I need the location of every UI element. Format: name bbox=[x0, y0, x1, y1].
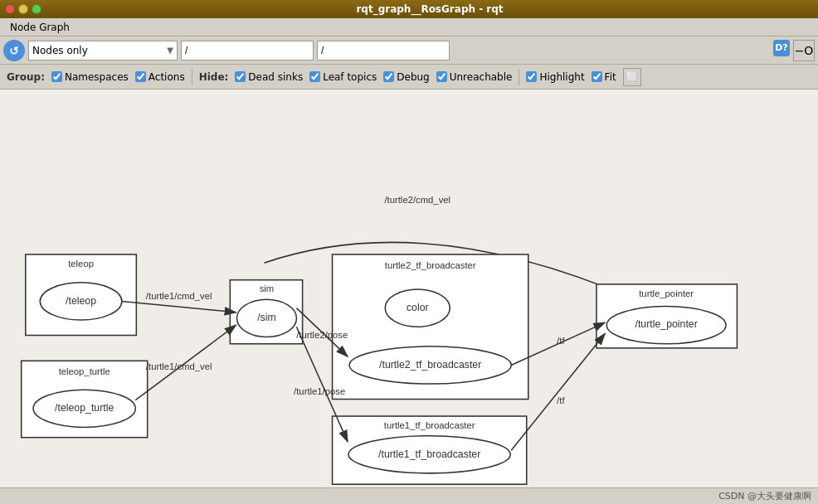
filter2-input[interactable] bbox=[317, 41, 450, 61]
unreachable-check-group: Unreachable bbox=[436, 71, 513, 83]
minimize-button[interactable] bbox=[18, 4, 28, 14]
hide-label: Hide: bbox=[199, 71, 229, 83]
leaf-topics-checkbox[interactable] bbox=[309, 71, 320, 82]
filter1-input[interactable] bbox=[181, 41, 314, 61]
edge-teleop-to-sim bbox=[122, 301, 236, 312]
highlight-text: Highlight bbox=[539, 71, 584, 83]
unreachable-checkbox[interactable] bbox=[436, 71, 447, 82]
teleop-node-label: /teleop bbox=[66, 295, 96, 307]
options-bar: Group: Namespaces Actions Hide: Dead sin… bbox=[0, 65, 818, 90]
highlight-checkbox[interactable] bbox=[526, 71, 537, 82]
app-window: Node Graph ↺ Nodes only ▼ D? −O Group: N… bbox=[0, 18, 818, 504]
teleop-turtle-title: teleop_turtle bbox=[59, 366, 110, 376]
fit-text: Fit bbox=[605, 71, 616, 83]
sim-title: sim bbox=[260, 284, 275, 293]
turtle-pointer-title: turtle_pointer bbox=[639, 288, 694, 298]
debug-label[interactable]: Debug bbox=[383, 71, 429, 83]
sim-node-label: /sim bbox=[257, 312, 276, 323]
separator2 bbox=[519, 69, 519, 85]
leaf-topics-text: Leaf topics bbox=[323, 71, 377, 83]
canvas-area[interactable]: /turtle2/cmd_vel teleop /teleop teleop_t… bbox=[0, 90, 818, 487]
status-text: CSDN @大头要健康啊 bbox=[718, 490, 811, 502]
dead-sinks-text: Dead sinks bbox=[248, 71, 303, 83]
edge-label-turtle1-pose: /turtle1/pose bbox=[294, 386, 345, 396]
menu-node-graph[interactable]: Node Graph bbox=[3, 20, 76, 35]
fit-icon-button[interactable]: ⬜ bbox=[623, 68, 641, 86]
maximize-button[interactable] bbox=[32, 4, 41, 14]
dead-sinks-check-group: Dead sinks bbox=[235, 71, 303, 83]
dead-sinks-label[interactable]: Dead sinks bbox=[235, 71, 303, 83]
menu-bar: Node Graph bbox=[0, 18, 818, 36]
fit-check-group: Fit bbox=[592, 71, 616, 83]
leaf-topics-check-group: Leaf topics bbox=[309, 71, 377, 83]
dead-sinks-checkbox[interactable] bbox=[235, 71, 246, 82]
teleop-title: teleop bbox=[68, 259, 94, 269]
color-node-label: color bbox=[407, 302, 429, 313]
unreachable-label[interactable]: Unreachable bbox=[436, 71, 513, 83]
turtle1-broadcaster-node-label: /turtle1_tf_broadcaster bbox=[378, 448, 480, 460]
title-bar: rqt_graph__RosGraph - rqt bbox=[0, 0, 818, 18]
namespaces-check-group: Namespaces bbox=[51, 71, 129, 83]
debug-text: Debug bbox=[397, 71, 429, 83]
close-button[interactable] bbox=[5, 4, 15, 14]
namespaces-label[interactable]: Namespaces bbox=[51, 71, 129, 83]
edge-label-tf-1: /tf bbox=[557, 336, 565, 346]
edge-label-turtle1-cmdvel-1: /turtle1/cmd_vel bbox=[146, 291, 212, 301]
actions-check-group: Actions bbox=[135, 71, 185, 83]
turtle1-broadcaster-title: turtle1_tf_broadcaster bbox=[384, 420, 475, 430]
highlight-label[interactable]: Highlight bbox=[526, 71, 584, 83]
window-controls[interactable] bbox=[5, 4, 41, 14]
edge-label-tf-2: /tf bbox=[557, 395, 565, 405]
separator1 bbox=[192, 69, 192, 85]
refresh-button[interactable]: ↺ bbox=[3, 40, 25, 61]
view-mode-dropdown[interactable]: Nodes only ▼ bbox=[28, 41, 178, 61]
toolbar: ↺ Nodes only ▼ D? −O bbox=[0, 36, 818, 65]
toolbar-actions: D? −O bbox=[773, 40, 815, 61]
window-title: rqt_graph__RosGraph - rqt bbox=[46, 3, 813, 15]
graph-svg: /turtle2/cmd_vel teleop /teleop teleop_t… bbox=[0, 90, 818, 487]
edge-label-turtle1-cmdvel-2: /turtle1/cmd_vel bbox=[146, 361, 212, 371]
namespaces-text: Namespaces bbox=[65, 71, 129, 83]
actions-checkbox[interactable] bbox=[135, 71, 146, 82]
status-bar: CSDN @大头要健康啊 bbox=[0, 487, 818, 504]
turtle2-broadcaster-node-label: /turtle2_tf_broadcaster bbox=[379, 359, 481, 371]
unreachable-text: Unreachable bbox=[450, 71, 513, 83]
leaf-topics-label[interactable]: Leaf topics bbox=[309, 71, 377, 83]
actions-label[interactable]: Actions bbox=[135, 71, 185, 83]
edge-label-turtle2-cmd-vel: /turtle2/cmd_vel bbox=[384, 195, 450, 205]
turtle2-broadcaster-title: turtle2_tf_broadcaster bbox=[385, 260, 476, 270]
help-button[interactable]: D? bbox=[773, 40, 790, 56]
namespaces-checkbox[interactable] bbox=[51, 71, 62, 82]
edge-label-turtle2-pose: /turtle2/pose bbox=[296, 330, 348, 340]
turtle-pointer-node-label: /turtle_pointer bbox=[635, 318, 698, 330]
actions-text: Actions bbox=[149, 71, 185, 83]
dropdown-value: Nodes only bbox=[32, 45, 88, 56]
debug-checkbox[interactable] bbox=[383, 71, 394, 82]
teleop-turtle-node-label: /teleop_turtle bbox=[55, 402, 114, 414]
fit-label[interactable]: Fit bbox=[592, 71, 616, 83]
group-label: Group: bbox=[7, 71, 45, 83]
close-panel-button[interactable]: −O bbox=[793, 40, 815, 61]
fit-checkbox[interactable] bbox=[592, 71, 602, 82]
debug-check-group: Debug bbox=[383, 71, 429, 83]
chevron-down-icon: ▼ bbox=[167, 46, 173, 55]
highlight-check-group: Highlight bbox=[526, 71, 584, 83]
